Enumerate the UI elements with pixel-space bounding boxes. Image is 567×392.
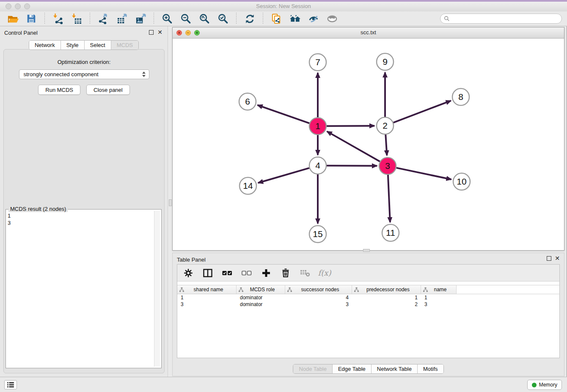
cell-name: 1 bbox=[421, 294, 457, 301]
mcds-result-text[interactable]: 1 3 bbox=[8, 212, 154, 366]
import-table-icon[interactable] bbox=[70, 12, 83, 25]
table-row[interactable]: 1dominator411 bbox=[177, 294, 559, 301]
edge-4-14[interactable] bbox=[258, 168, 309, 183]
control-panel-tabstrip: NetworkStyleSelectMCDS bbox=[29, 40, 139, 50]
memory-button[interactable]: Memory bbox=[527, 380, 562, 390]
fit-content-icon[interactable] bbox=[198, 12, 211, 25]
import-network-icon[interactable] bbox=[51, 12, 65, 25]
edge-2-3[interactable] bbox=[385, 135, 387, 155]
network-canvas-svg: 7968124314101511 bbox=[173, 38, 564, 250]
table-panel-tabs: Node TableEdge TableNetwork TableMotifs bbox=[173, 364, 564, 374]
tab-network[interactable]: Network bbox=[29, 41, 61, 50]
table-settings-gear-icon[interactable] bbox=[183, 268, 193, 278]
node-label-15: 15 bbox=[313, 229, 322, 239]
control-panel-header: Control Panel ✕ bbox=[0, 26, 168, 39]
edge-1-6[interactable] bbox=[258, 105, 310, 123]
table-row[interactable]: 3dominator323 bbox=[177, 301, 559, 308]
close-table-panel-icon[interactable]: ✕ bbox=[555, 256, 560, 261]
cell-predecessor-nodes: 2 bbox=[352, 301, 421, 308]
criterion-dropdown[interactable]: strongly connected component bbox=[19, 69, 149, 79]
zoom-selected-icon[interactable] bbox=[216, 12, 230, 25]
attribute-type-icon bbox=[287, 287, 292, 292]
node-label-9: 9 bbox=[383, 57, 388, 66]
table-tab-edge-table[interactable]: Edge Table bbox=[333, 364, 372, 373]
dropdown-stepper-icon bbox=[141, 71, 146, 78]
node-label-11: 11 bbox=[386, 228, 395, 237]
zoom-in-icon[interactable] bbox=[160, 12, 174, 25]
network-canvas[interactable]: 7968124314101511 bbox=[173, 38, 564, 250]
close-panel-icon[interactable]: ✕ bbox=[157, 30, 162, 35]
delete-column-icon[interactable] bbox=[281, 268, 291, 278]
column-header-successor-nodes[interactable]: successor nodes bbox=[285, 285, 352, 294]
node-table-body: 1dominator4113dominator323 bbox=[177, 294, 559, 308]
deselect-all-icon[interactable] bbox=[242, 268, 252, 278]
show-columns-icon[interactable] bbox=[203, 268, 213, 278]
table-panel: Table Panel ✕ bbox=[172, 253, 564, 376]
table-tabstrip: Node TableEdge TableNetwork TableMotifs bbox=[293, 364, 443, 374]
table-tab-network-table[interactable]: Network Table bbox=[372, 364, 418, 373]
float-table-panel-icon[interactable] bbox=[547, 256, 551, 261]
open-folder-icon[interactable] bbox=[6, 12, 19, 25]
node-label-6: 6 bbox=[245, 97, 250, 106]
vertical-split-handle[interactable] bbox=[169, 199, 172, 206]
export-table-icon[interactable] bbox=[115, 12, 129, 25]
hide-graphics-details-icon[interactable] bbox=[307, 12, 320, 25]
mcds-result-group: MCDS result (2 nodes) 1 3 bbox=[6, 209, 162, 368]
edge-1-2[interactable] bbox=[327, 126, 374, 126]
run-mcds-button[interactable]: Run MCDS bbox=[38, 85, 80, 95]
eye-icon[interactable] bbox=[325, 12, 339, 25]
column-header-predecessor-nodes[interactable]: predecessor nodes bbox=[352, 285, 421, 294]
toolbar-separator bbox=[44, 13, 45, 25]
result-scrollbar[interactable] bbox=[154, 211, 160, 367]
node-label-10: 10 bbox=[457, 177, 466, 186]
save-session-icon[interactable] bbox=[25, 12, 38, 25]
toolbar-separator bbox=[154, 13, 154, 25]
node-table-container: f(x) shared nameMCDS rolesuccessor nodes… bbox=[177, 264, 560, 358]
edge-2-8[interactable] bbox=[394, 101, 451, 123]
column-header-MCDS-role[interactable]: MCDS role bbox=[237, 285, 285, 294]
column-header-name[interactable]: name bbox=[421, 285, 457, 294]
node-label-2: 2 bbox=[383, 121, 388, 130]
title-bar: Session: New Session bbox=[0, 2, 567, 12]
tab-style[interactable]: Style bbox=[61, 41, 85, 50]
optimization-criterion-label: Optimization criterion: bbox=[4, 59, 164, 65]
status-bar: Memory bbox=[0, 377, 567, 392]
tab-select[interactable]: Select bbox=[85, 41, 111, 50]
horizontal-split-handle[interactable] bbox=[363, 249, 370, 252]
task-history-button[interactable] bbox=[4, 380, 17, 389]
cell-predecessor-nodes: 1 bbox=[352, 294, 421, 301]
home-houses-icon[interactable] bbox=[288, 12, 302, 25]
edge-3-11[interactable] bbox=[388, 175, 390, 222]
control-panel: Control Panel ✕ NetworkStyleSelectMCDS O… bbox=[0, 26, 168, 377]
column-header-shared-name[interactable]: shared name bbox=[177, 285, 237, 294]
node-table: shared nameMCDS rolesuccessor nodesprede… bbox=[177, 285, 559, 308]
edge-3-10[interactable] bbox=[396, 168, 451, 179]
float-panel-icon[interactable] bbox=[149, 30, 154, 35]
network-view-window: × − + scc.txt 7968124314101511 bbox=[172, 27, 564, 251]
edge-4-3[interactable] bbox=[327, 166, 377, 166]
session-file-icon[interactable] bbox=[270, 12, 283, 25]
delete-table-icon bbox=[300, 268, 310, 278]
tab-mcds[interactable]: MCDS bbox=[111, 41, 138, 50]
node-label-4: 4 bbox=[315, 160, 320, 170]
node-label-14: 14 bbox=[243, 181, 253, 190]
window-title: Session: New Session bbox=[0, 3, 567, 9]
table-tab-node-table[interactable]: Node Table bbox=[293, 364, 333, 373]
table-panel-header: Table Panel ✕ bbox=[173, 253, 564, 263]
search-input[interactable] bbox=[440, 14, 562, 24]
export-image-icon[interactable] bbox=[134, 12, 147, 25]
add-column-icon[interactable] bbox=[261, 268, 271, 278]
export-network-icon[interactable] bbox=[96, 12, 110, 25]
node-label-7: 7 bbox=[315, 57, 320, 67]
zoom-out-icon[interactable] bbox=[179, 12, 193, 25]
mcds-panel: Optimization criterion: strongly connect… bbox=[3, 49, 165, 373]
cell-shared-name: 3 bbox=[177, 301, 237, 308]
refresh-icon[interactable] bbox=[243, 12, 256, 25]
control-panel-title: Control Panel bbox=[4, 30, 38, 36]
close-panel-button[interactable]: Close panel bbox=[86, 85, 130, 95]
edge-3-1[interactable] bbox=[327, 131, 380, 161]
cell-name: 3 bbox=[421, 301, 457, 308]
select-all-icon[interactable] bbox=[222, 268, 232, 278]
table-tab-motifs[interactable]: Motifs bbox=[418, 364, 443, 373]
cell-MCDS-role: dominator bbox=[237, 294, 285, 301]
